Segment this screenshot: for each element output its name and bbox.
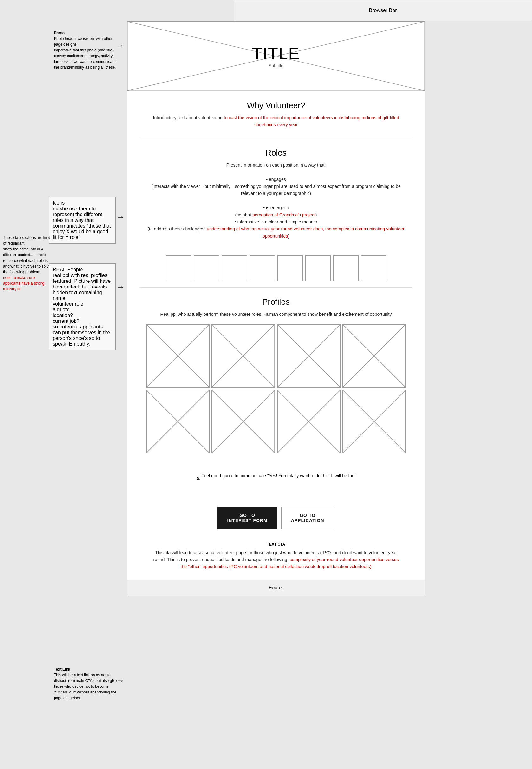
icon-box-6 (305, 256, 331, 281)
icon-box-8 (361, 256, 386, 281)
icon-box-2 (194, 256, 219, 281)
real-people-arrow: → (117, 283, 124, 291)
photo-arrow: → (117, 41, 124, 50)
footer: Footer (127, 580, 425, 596)
roles-section: Roles Present information on each positi… (127, 138, 425, 249)
icons-annotation-box: Icons maybe use them to represent the di… (49, 197, 116, 244)
redundant-note: These two sections are kind of redundant… (3, 235, 52, 292)
icons-arrow: → (117, 213, 124, 222)
profiles-body: Real ppl who actually perform these volu… (146, 311, 406, 318)
hero-section: TITLE Subtitle (127, 21, 425, 91)
text-cta-label: TEXT CTA (152, 542, 399, 546)
roles-body: Present information on each position in … (146, 161, 406, 240)
profile-1 (146, 324, 210, 388)
profiles-heading: Profiles (146, 297, 406, 307)
real-people-annotation-box: REAL People real ppl with real profiles … (49, 264, 116, 350)
why-volunteer-body: Introductory text about volunteering to … (146, 114, 406, 128)
main-content: TITLE Subtitle Why Volunteer? Introducto… (127, 21, 425, 596)
profile-8 (342, 390, 406, 453)
text-link-annotation: Text Link This will be a text link so as… (54, 667, 117, 701)
browser-bar: Browser Bar (234, 0, 532, 21)
hero-title: TITLE (252, 44, 300, 63)
profiles-section: Profiles Real ppl who actually perform t… (127, 288, 425, 463)
text-cta-body: This cta will lead to a seasonal volunte… (152, 549, 399, 570)
profile-6 (211, 390, 275, 453)
profiles-grid (146, 324, 406, 453)
text-link-arrow: → (117, 676, 124, 685)
why-volunteer-heading: Why Volunteer? (146, 101, 406, 110)
profile-5 (146, 390, 210, 453)
text-cta-section: TEXT CTA This cta will lead to a seasona… (127, 536, 425, 580)
icon-box-3 (222, 256, 247, 281)
roles-heading: Roles (146, 148, 406, 158)
application-button[interactable]: GO TO APPLICATION (281, 506, 334, 529)
photo-annotation: Photo Photo header consistent with other… (54, 30, 117, 70)
quote-section: “Feel good quote to communicate "Yes! Yo… (127, 463, 425, 500)
profile-2 (211, 324, 275, 388)
quote-text: “Feel good quote to communicate "Yes! Yo… (152, 472, 399, 491)
quote-mark: “ (196, 475, 200, 488)
profile-4 (342, 324, 406, 388)
browser-bar-label: Browser Bar (369, 8, 397, 13)
icon-box-4 (250, 256, 275, 281)
why-volunteer-section: Why Volunteer? Introductory text about v… (127, 91, 425, 138)
hero-subtitle: Subtitle (252, 63, 300, 68)
icon-box-7 (333, 256, 359, 281)
cta-section: GO TO INTEREST FORM GO TO APPLICATION (127, 500, 425, 536)
hero-text-overlay: TITLE Subtitle (252, 44, 300, 68)
footer-label: Footer (269, 585, 283, 591)
icon-box-5 (277, 256, 303, 281)
profile-7 (277, 390, 341, 453)
interest-form-button[interactable]: GO TO INTEREST FORM (217, 506, 277, 529)
icon-box-1 (166, 256, 191, 281)
icon-row (127, 249, 425, 287)
profile-3 (277, 324, 341, 388)
